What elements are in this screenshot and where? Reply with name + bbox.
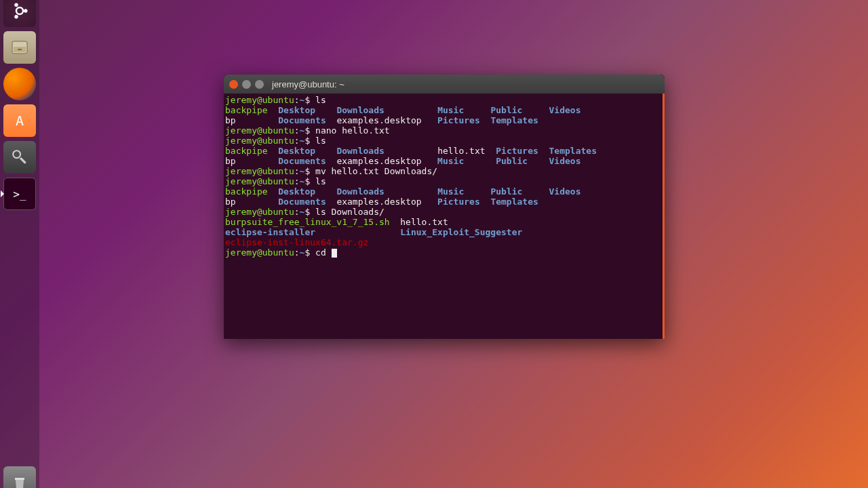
ls-output-row: backpipe Desktop Downloads Music Public … <box>225 105 663 115</box>
close-button[interactable] <box>229 80 238 89</box>
prompt-line: jeremy@ubuntu:~$ ls <box>225 136 663 146</box>
dash-icon[interactable] <box>3 0 36 27</box>
bin-icon <box>12 474 28 488</box>
terminal-output[interactable]: jeremy@ubuntu:~$ lsbackpipe Desktop Down… <box>224 94 665 259</box>
svg-point-0 <box>16 7 23 14</box>
scrollbar[interactable] <box>663 94 665 339</box>
settings-icon[interactable] <box>3 141 36 174</box>
svg-point-2 <box>14 3 18 7</box>
ls-output-row: bp Documents examples.desktop Music Publ… <box>225 156 663 166</box>
ls-output-row: backpipe Desktop Downloads Music Public … <box>225 186 663 197</box>
svg-rect-6 <box>18 49 22 50</box>
prompt-line: jeremy@ubuntu:~$ ls <box>225 95 663 105</box>
prompt-line: jeremy@ubuntu:~$ cd <box>225 247 663 258</box>
software-center-icon[interactable]: A <box>3 104 36 137</box>
prompt-line: jeremy@ubuntu:~$ mv hello.txt Downloads/ <box>225 166 663 176</box>
svg-rect-8 <box>15 478 24 480</box>
ls-output-row: burpsuite_free_linux_v1_7_15.sh hello.tx… <box>225 217 663 227</box>
svg-point-7 <box>13 150 20 158</box>
shopping-bag-icon: A <box>16 113 24 129</box>
svg-point-3 <box>14 15 18 18</box>
prompt-line: jeremy@ubuntu:~$ nano hello.txt <box>225 125 663 136</box>
firefox-icon[interactable] <box>3 68 36 100</box>
minimize-button[interactable] <box>242 80 251 89</box>
files-icon[interactable] <box>3 31 36 64</box>
unity-launcher: A >_ <box>0 0 39 488</box>
terminal-window: jeremy@ubuntu: ~ jeremy@ubuntu:~$ lsback… <box>224 75 665 339</box>
terminal-icon[interactable]: >_ <box>3 178 36 210</box>
ubuntu-logo-icon <box>9 1 30 21</box>
trash-icon[interactable] <box>3 466 36 488</box>
terminal-glyph-icon: >_ <box>13 188 26 201</box>
drawer-icon <box>11 40 28 55</box>
ls-output-row: eclipse-installer Linux_Exploit_Suggeste… <box>225 227 663 237</box>
prompt-line: jeremy@ubuntu:~$ ls <box>225 176 663 186</box>
cursor <box>332 249 337 258</box>
ls-output-row: bp Documents examples.desktop Pictures T… <box>225 115 663 125</box>
ls-output-row: eclipse-inst-linux64.tar.gz <box>225 237 663 247</box>
ls-output-row: backpipe Desktop Downloads hello.txt Pic… <box>225 146 663 156</box>
window-title: jeremy@ubuntu: ~ <box>272 79 344 89</box>
ls-output-row: bp Documents examples.desktop Pictures T… <box>225 197 663 207</box>
window-titlebar[interactable]: jeremy@ubuntu: ~ <box>224 75 665 94</box>
prompt-line: jeremy@ubuntu:~$ ls Downloads/ <box>225 207 663 217</box>
svg-point-1 <box>24 9 28 13</box>
maximize-button[interactable] <box>255 80 264 89</box>
gear-wrench-icon <box>11 148 28 166</box>
